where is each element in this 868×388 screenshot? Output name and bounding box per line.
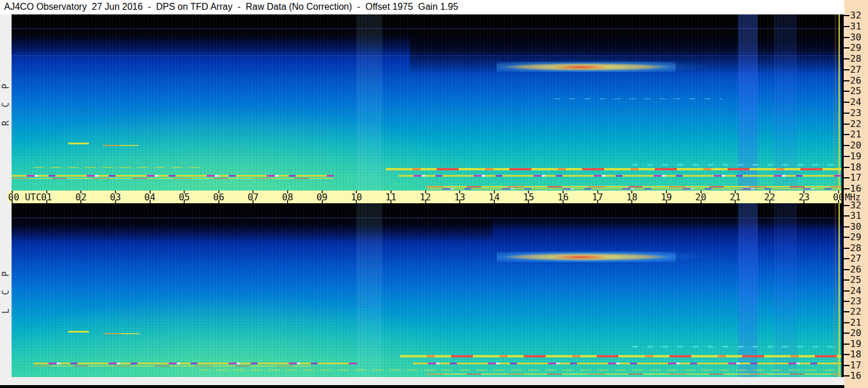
- freq-tick-label: 32: [850, 200, 867, 211]
- freq-tick: [841, 188, 850, 189]
- freq-tick: [841, 333, 850, 334]
- freq-tick-label: 28: [850, 54, 867, 64]
- freq-tick: [841, 290, 850, 292]
- freq-tick-label: 29: [850, 232, 867, 242]
- rfi-band: [632, 164, 841, 166]
- freq-tick-label: 20: [850, 140, 867, 151]
- freq-tick: [841, 365, 850, 366]
- rfi-band: [398, 175, 841, 177]
- freq-tick: [841, 269, 850, 270]
- rfi-band: [632, 346, 841, 348]
- freq-tick: [841, 248, 850, 249]
- freq-tick-label: 26: [850, 76, 867, 86]
- rfi-band: [426, 374, 841, 375]
- freq-tick-label: 25: [850, 86, 867, 96]
- freq-tick-label: 25: [850, 275, 867, 285]
- rfi-band: [33, 363, 357, 364]
- freq-tick: [841, 91, 850, 92]
- freq-tick: [841, 311, 850, 312]
- freq-tick: [841, 215, 850, 217]
- spectrogram-rcp: [12, 14, 841, 191]
- freq-tick: [841, 102, 850, 103]
- freq-tick-label: 18: [850, 162, 867, 173]
- freq-tick-label: 30: [850, 32, 867, 43]
- freq-tick-label: 27: [850, 253, 867, 264]
- rfi-band: [68, 331, 89, 333]
- freq-tick-label: 26: [850, 264, 867, 275]
- freq-tick: [841, 301, 850, 302]
- freq-tick-label: 21: [850, 129, 867, 140]
- freq-tick-label: 29: [850, 43, 867, 53]
- freq-tick-label: 19: [850, 151, 867, 162]
- freq-tick: [841, 322, 850, 323]
- spectrogram-lcp: [12, 203, 841, 377]
- freq-tick: [841, 156, 850, 157]
- rfi-band: [413, 363, 841, 364]
- rfi-band: [400, 355, 841, 357]
- rfi-band: [386, 168, 841, 170]
- freq-tick-label: 28: [850, 243, 867, 253]
- rfi-band: [426, 186, 841, 188]
- freq-tick-label: 16: [850, 371, 867, 381]
- freq-tick: [841, 226, 850, 227]
- freq-tick-label: 24: [850, 286, 867, 296]
- freq-tick-label: 22: [850, 307, 867, 317]
- freq-tick: [841, 167, 850, 168]
- freq-tick: [841, 177, 850, 178]
- freq-tick: [841, 80, 850, 81]
- emission-event: [497, 62, 676, 72]
- freq-tick-label: 31: [850, 21, 867, 32]
- rfi-band: [103, 145, 139, 146]
- freq-tick-label: 20: [850, 328, 867, 338]
- rfi-band: [68, 143, 89, 144]
- freq-tick-label: 23: [850, 108, 867, 118]
- time-axis: 00 UTC0102030405060708091011121314151617…: [8, 191, 841, 203]
- rfi-band: [199, 370, 841, 371]
- freq-tick: [841, 279, 850, 281]
- freq-tick-label: 18: [850, 349, 867, 360]
- freq-tick-label: 30: [850, 222, 867, 232]
- freq-tick: [841, 134, 850, 135]
- freq-tick-label: 31: [850, 211, 867, 221]
- page-title: AJ4CO Observatory 27 Jun 2016 - DPS on T…: [4, 2, 458, 12]
- freq-tick-label: 32: [850, 10, 867, 21]
- polarization-label-rcp: R C P: [1, 14, 11, 191]
- freq-tick-label: 21: [850, 318, 867, 328]
- freq-tick: [841, 145, 850, 146]
- rfi-band: [427, 188, 841, 189]
- freq-tick: [841, 15, 850, 16]
- rfi-band: [33, 365, 311, 367]
- freq-tick-label: 17: [850, 173, 867, 183]
- freq-tick: [841, 237, 850, 238]
- freq-tick-label: 22: [850, 119, 867, 129]
- freq-tick-label: 16: [850, 184, 867, 194]
- freq-tick: [841, 205, 850, 206]
- freq-tick: [841, 69, 850, 70]
- freq-tick: [841, 375, 850, 376]
- freq-tick-label: 23: [850, 296, 867, 307]
- freq-tick-label: 27: [850, 65, 867, 75]
- title-bar: AJ4CO Observatory 27 Jun 2016 - DPS on T…: [0, 0, 844, 14]
- freq-tick: [841, 113, 850, 114]
- freq-tick: [841, 37, 850, 38]
- freq-tick: [841, 26, 850, 27]
- rfi-band: [12, 175, 334, 177]
- rfi-band: [104, 333, 140, 334]
- bottom-border: [0, 385, 844, 388]
- freq-tick-label: 17: [850, 360, 867, 371]
- rfi-band: [554, 98, 722, 99]
- freq-tick: [841, 58, 850, 59]
- freq-tick: [841, 344, 850, 345]
- freq-tick: [841, 124, 850, 125]
- freq-tick: [841, 47, 850, 48]
- freq-tick-label: 24: [850, 97, 867, 107]
- freq-tick: [841, 258, 850, 259]
- rfi-band: [12, 178, 334, 179]
- polarization-label-lcp: L C P: [1, 203, 11, 377]
- freq-tick-label: 19: [850, 339, 867, 349]
- rfi-band: [33, 167, 201, 168]
- emission-event: [497, 252, 676, 262]
- freq-tick: [841, 354, 850, 355]
